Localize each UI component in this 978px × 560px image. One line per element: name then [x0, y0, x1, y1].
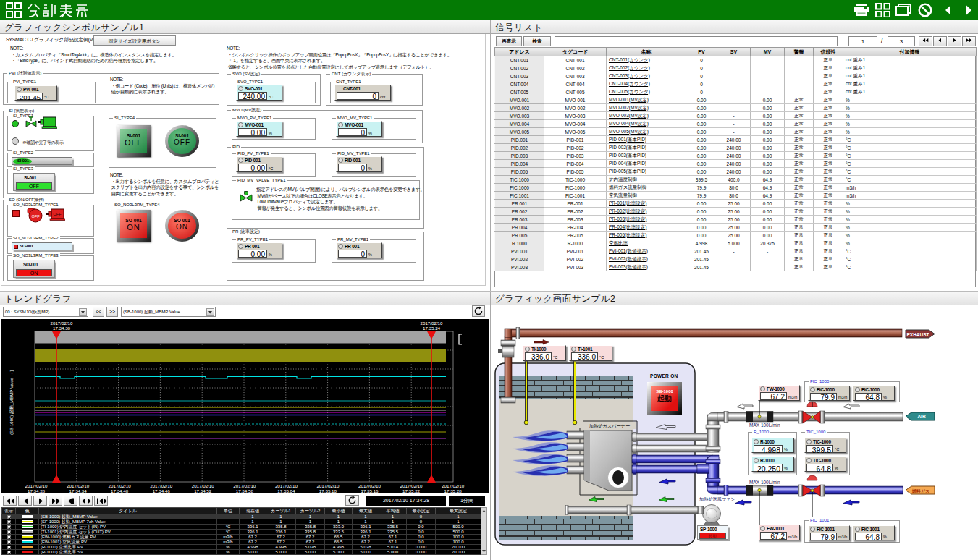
- svg-text:17:34:58: 17:34:58: [236, 488, 254, 493]
- svg-text:17:34:52: 17:34:52: [194, 488, 212, 493]
- svg-text:2017/02/10: 2017/02/10: [421, 321, 444, 326]
- svg-text:17:35:24: 17:35:24: [423, 326, 441, 331]
- svg-text:加熱炉ガスバーナー: 加熱炉ガスバーナー: [589, 423, 630, 429]
- svg-text:MAX 100L/min: MAX 100L/min: [749, 480, 780, 485]
- svg-text:MAX 100L/min: MAX 100L/min: [749, 423, 780, 428]
- svg-text:17:35:22: 17:35:22: [402, 488, 421, 493]
- svg-text:EXHAUST: EXHAUST: [906, 332, 929, 337]
- svg-text:17:34:46: 17:34:46: [153, 488, 171, 493]
- svg-text:加熱炉送風ファン: 加熱炉送風ファン: [699, 496, 735, 502]
- svg-text:17:34:30: 17:34:30: [53, 326, 71, 331]
- svg-text:燃料ガス: 燃料ガス: [911, 488, 929, 493]
- svg-text:2017/02/10: 2017/02/10: [51, 321, 74, 326]
- svg-text:17:34:34: 17:34:34: [69, 488, 88, 493]
- svg-text:OFF: OFF: [54, 212, 62, 216]
- svg-text:17:35:04: 17:35:04: [277, 488, 295, 493]
- svg-text:AIR: AIR: [917, 414, 926, 419]
- svg-text:17:34:40: 17:34:40: [111, 488, 129, 493]
- svg-text:17:35:16: 17:35:16: [361, 488, 379, 493]
- svg-text:17:35:28: 17:35:28: [444, 488, 463, 493]
- svg-text:17:34:28: 17:34:28: [28, 488, 46, 493]
- svg-text:17:35:10: 17:35:10: [319, 488, 337, 493]
- svg-text:OFF: OFF: [32, 214, 41, 219]
- svg-text:(SB-1000) 起動_MBMP Value [ - ]: (SB-1000) 起動_MBMP Value [ - ]: [9, 370, 14, 435]
